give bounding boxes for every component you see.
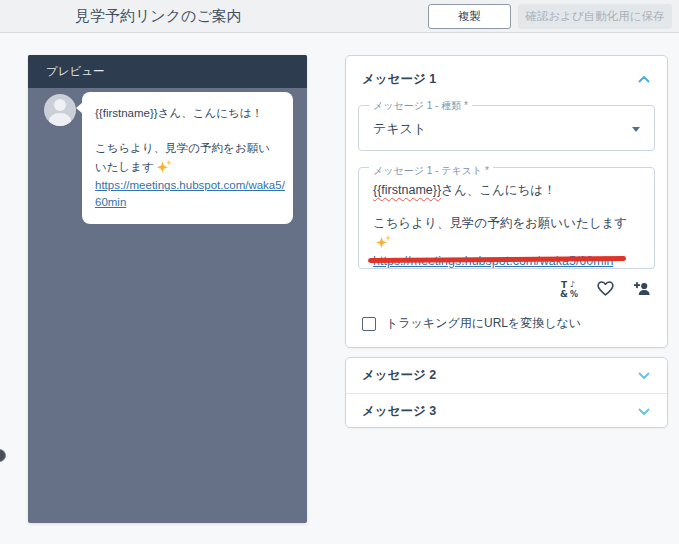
top-bar: 見学予約リンクのご案内 複製 確認および自動化用に保存 xyxy=(0,0,679,33)
message2-title: メッセージ 2 xyxy=(362,367,436,384)
text-line2: こちらより、見学の予約をお願いいたします xyxy=(373,214,640,252)
svg-text:&: & xyxy=(560,289,568,298)
duplicate-button[interactable]: 複製 xyxy=(428,4,511,29)
chat-bubble: {{firstname}}さん、こんにちは！ こちらより、見学の予約をお願いいた… xyxy=(82,92,293,224)
message2-accordion-header[interactable]: メッセージ 2 xyxy=(346,358,667,393)
avatar xyxy=(44,94,76,126)
heart-icon[interactable] xyxy=(596,279,615,298)
preview-panel-title: プレビュー xyxy=(28,55,307,88)
preview-panel: プレビュー {{firstname}}さん、こんにちは！ こちらより、見学の予約… xyxy=(28,55,307,523)
save-for-automation-button[interactable]: 確認および自動化用に保存 xyxy=(518,4,672,29)
sparkle-icon xyxy=(376,235,391,248)
message1-card: メッセージ 1 メッセージ 1 - 種類 * テキスト メッセージ 1 - テキ… xyxy=(345,55,668,348)
dropdown-caret-icon xyxy=(632,127,640,132)
chevron-down-icon[interactable] xyxy=(637,371,651,381)
bubble-line1: {{firstname}}さん、こんにちは！ xyxy=(95,104,280,122)
person-add-icon[interactable] xyxy=(632,279,651,298)
url-tracking-checkbox[interactable] xyxy=(362,317,376,331)
bubble-line2: こちらより、見学の予約をお願いいたします xyxy=(95,139,280,176)
editor-toolbar: T ♪ & % xyxy=(346,278,651,298)
bubble-link-wrap: 60min xyxy=(95,194,280,211)
url-tracking-checkbox-label: トラッキング用にURLを変換しない xyxy=(386,315,581,332)
edge-floating-button[interactable] xyxy=(0,449,6,462)
message1-type-select[interactable]: メッセージ 1 - 種類 * テキスト xyxy=(358,105,655,151)
sparkle-icon xyxy=(157,160,172,173)
message1-text-input[interactable]: メッセージ 1 - テキスト * {{firstname}}さん、こんにちは！ … xyxy=(358,167,655,269)
characters-icon[interactable]: T ♪ & % xyxy=(560,279,579,298)
personalization-token: {{firstname}} xyxy=(373,183,441,197)
page-title: 見学予約リンクのご案内 xyxy=(75,0,242,32)
chevron-down-icon[interactable] xyxy=(637,407,651,417)
message1-type-value: テキスト xyxy=(373,106,426,152)
svg-text:%: % xyxy=(570,290,578,298)
url-tracking-checkbox-row[interactable]: トラッキング用にURLを変換しない xyxy=(362,315,651,332)
message1-title: メッセージ 1 xyxy=(362,71,436,88)
chevron-up-icon[interactable] xyxy=(637,74,651,84)
message3-title: メッセージ 3 xyxy=(362,403,436,420)
svg-text:♪: ♪ xyxy=(570,280,575,289)
text-line1: {{firstname}}さん、こんにちは！ xyxy=(373,181,640,200)
message-accordion-card: メッセージ 2 メッセージ 3 xyxy=(345,357,668,428)
message1-accordion-header[interactable]: メッセージ 1 xyxy=(346,56,667,96)
message1-text-label: メッセージ 1 - テキスト * xyxy=(369,161,493,180)
message3-accordion-header[interactable]: メッセージ 3 xyxy=(346,394,667,429)
bubble-link: https://meetings.hubspot.com/waka5/ xyxy=(95,177,280,194)
avatar-person-icon xyxy=(54,99,66,111)
